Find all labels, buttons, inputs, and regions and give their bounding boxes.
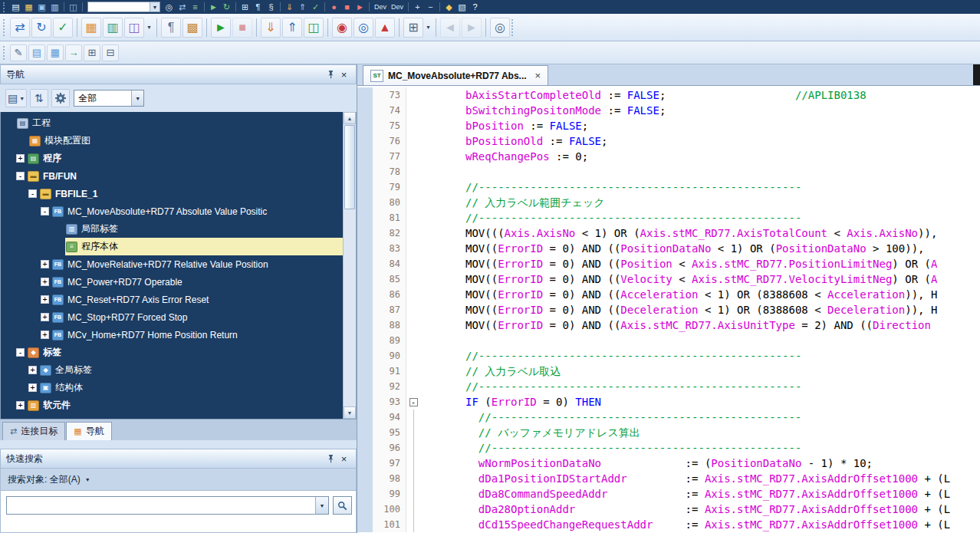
tree-item-local-label[interactable]: ▥局部标签	[1, 220, 343, 238]
online-change-icon[interactable]: ↻	[31, 18, 51, 38]
new-ladder-icon[interactable]: ▦	[81, 18, 101, 38]
tree-item-program-body[interactable]: ≡程序本体	[1, 238, 343, 255]
code-line[interactable]: 101 dCd15SpeedChangeRequestAddr := Axis.…	[357, 517, 980, 532]
verify-plc-icon[interactable]: ◫	[304, 18, 324, 38]
tree-item-mc-reset[interactable]: +FBMC_Reset+RD77 Axis Error Reset	[1, 291, 343, 308]
tree-item-mc-moverelative[interactable]: +FBMC_MoveRelative+RD77 Relative Value P…	[1, 255, 343, 273]
pin-icon[interactable]	[324, 68, 337, 81]
tree-scrollbar[interactable]: ▲ ▼	[343, 112, 356, 419]
convert-icon[interactable]: ►	[207, 1, 220, 13]
docking-window-icon[interactable]: ⊞	[403, 18, 423, 38]
scrollbar-track[interactable]	[344, 210, 356, 406]
chevron-down-icon[interactable]: ▼	[131, 90, 143, 106]
code-line[interactable]: 87 MOV((ErrorID = 0) AND ((Deceleration …	[357, 302, 980, 317]
tab-close-icon[interactable]: ×	[535, 70, 541, 81]
close-icon[interactable]: ×	[337, 452, 350, 466]
comment-display-icon[interactable]: ¶	[252, 1, 265, 13]
search-button[interactable]	[333, 496, 352, 515]
code-line[interactable]: 82 MOV(((Axis.AxisNo < 1) OR (Axis.stMC_…	[357, 225, 980, 241]
code-line[interactable]: 86 MOV((ErrorID = 0) AND ((Acceleration …	[357, 287, 980, 302]
screen-capture-icon[interactable]: ◫	[67, 1, 80, 13]
code-line[interactable]: 97 wNormPositionDataNo := (PositionDataN…	[357, 456, 980, 471]
statement-display-icon[interactable]: §	[265, 1, 278, 13]
expand-icon[interactable]: +	[41, 313, 49, 321]
code-line[interactable]: 81 //-----------------------------------…	[357, 210, 980, 225]
code-line[interactable]: 94 //-----------------------------------…	[357, 410, 980, 425]
chevron-down-icon[interactable]: ▼	[315, 497, 328, 514]
collapse-icon[interactable]: -	[28, 189, 37, 198]
code-line[interactable]: 89	[357, 333, 980, 348]
device-test-icon[interactable]: ▲	[375, 18, 395, 38]
tree-item-global-label[interactable]: +◆全局标签	[1, 361, 343, 379]
find-icon[interactable]: ◎	[163, 1, 176, 13]
scroll-down-icon[interactable]: ▼	[344, 406, 356, 419]
expand-icon[interactable]: +	[16, 154, 25, 163]
code-area[interactable]: 73 bAxisStartCompleteOld := FALSE; //APL…	[357, 86, 980, 533]
close-icon[interactable]: ×	[337, 68, 350, 81]
code-line[interactable]: 93- IF (ErrorID = 0) THEN	[357, 394, 980, 410]
jump-icon[interactable]: →	[65, 44, 82, 61]
editor-tab[interactable]: ST MC_MoveAbsolute+RD77 Abs... ×	[363, 65, 548, 85]
new-project-icon[interactable]: ▤	[9, 1, 22, 13]
code-line[interactable]: 74 bSwitchingPositonMode := FALSE;	[357, 103, 980, 118]
device-display-1-button[interactable]: Dev	[372, 3, 389, 11]
print-icon[interactable]: ▥	[48, 1, 61, 13]
new-st-icon[interactable]: ▥	[103, 18, 123, 38]
st-edit-mode-icon[interactable]: ✎	[10, 44, 27, 61]
monitor-start-icon[interactable]: ●	[327, 1, 340, 13]
toolbar-grip-icon[interactable]	[3, 2, 6, 12]
display-template-icon[interactable]: ▦	[47, 44, 64, 61]
chevron-down-icon[interactable]: ▼	[150, 2, 159, 12]
code-line[interactable]: 79 //-----------------------------------…	[357, 179, 980, 195]
find-replace-icon[interactable]: ◎	[490, 18, 510, 38]
cross-reference-icon[interactable]: ⇄	[176, 1, 189, 13]
program-check-icon[interactable]: ✓	[53, 18, 73, 38]
outline-expand-icon[interactable]: ⊞	[84, 44, 100, 61]
toolbar-grip-icon[interactable]	[3, 46, 6, 60]
tree-item-structure[interactable]: +▣结构体	[1, 379, 343, 396]
tree-settings-gear-icon[interactable]	[51, 89, 70, 107]
code-line[interactable]: 90 //-----------------------------------…	[357, 348, 980, 364]
code-line[interactable]: 88 MOV((ErrorID = 0) AND ((Axis.stMC_RD7…	[357, 317, 980, 333]
ladder-display-icon[interactable]: ⊞	[238, 1, 252, 13]
code-line[interactable]: 98 dDa1PositionIDStartAddr := Axis.stMC_…	[357, 471, 980, 486]
tree-filter-combo[interactable]: 全部 ▼	[74, 90, 144, 107]
parameter-icon[interactable]: ▩	[183, 18, 202, 38]
project-convert-icon[interactable]: ⇄	[10, 18, 30, 38]
rebuild-all-icon[interactable]: ↻	[220, 1, 233, 13]
toolbar-grip-icon[interactable]	[3, 19, 6, 36]
open-project-icon[interactable]: ▦	[22, 1, 35, 13]
expand-icon[interactable]: +	[41, 260, 49, 268]
tree-item-program[interactable]: +▤程序	[1, 150, 343, 167]
verify-with-plc-icon[interactable]: ✓	[309, 1, 322, 13]
tree-item-mc-moveabsolute[interactable]: -FBMC_MoveAbsolute+RD77 Absolute Value P…	[1, 202, 343, 220]
code-line[interactable]: 80 // 入力ラベル範囲チェック	[357, 195, 980, 210]
tree-item-fb-fun[interactable]: -▬FB/FUN	[1, 167, 343, 185]
code-line[interactable]: 92 //-----------------------------------…	[357, 379, 980, 394]
expand-icon[interactable]: +	[41, 331, 49, 339]
collapse-icon[interactable]: -	[16, 172, 25, 180]
collapse-icon[interactable]: -	[16, 348, 25, 357]
write-plc-icon[interactable]: ⇓	[261, 18, 281, 38]
monitor-mode-icon[interactable]: ◉	[332, 18, 352, 38]
zoom-out-icon[interactable]: −	[424, 1, 437, 13]
quick-search-input[interactable]: ▼	[6, 496, 329, 515]
code-line[interactable]: 100 dDa28OptionAddr := Axis.stMC_RD77.Ax…	[357, 502, 980, 517]
code-line[interactable]: 78	[357, 164, 980, 179]
tree-item-module-configuration[interactable]: ▦模块配置图	[1, 132, 343, 150]
device-list-icon[interactable]: ≡	[189, 1, 202, 13]
insert-row-icon[interactable]: ▤	[28, 44, 45, 61]
collapse-icon[interactable]: -	[41, 207, 49, 216]
tree-item-mcv-home[interactable]: +FBMCv_Home+RD77 Home Position Return	[1, 326, 343, 344]
undo-icon[interactable]: ◄	[440, 18, 460, 38]
code-line[interactable]: 96 //-----------------------------------…	[357, 440, 980, 456]
simulation-stop-icon[interactable]: ■	[232, 18, 252, 38]
code-line[interactable]: 84 MOV((ErrorID = 0) AND ((Position < Ax…	[357, 256, 980, 271]
watch-window-icon[interactable]: ◎	[354, 18, 373, 38]
redo-icon[interactable]: ►	[462, 18, 482, 38]
tree-sort-icon[interactable]: ⇅	[30, 89, 48, 107]
outline-collapse-icon[interactable]: ⊟	[102, 44, 119, 61]
zoom-in-icon[interactable]: +	[411, 1, 424, 13]
read-plc-icon[interactable]: ⇑	[282, 18, 302, 38]
help-icon[interactable]: ?	[469, 1, 482, 13]
